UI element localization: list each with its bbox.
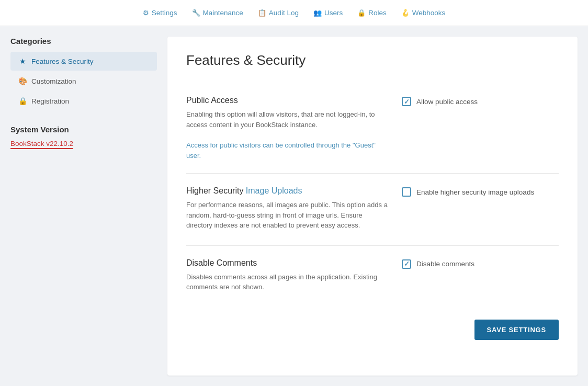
checkbox-wrap-public-access[interactable]: Allow public access xyxy=(402,97,478,106)
setting-row-disable-comments: Disable Comments Disables comments acros… xyxy=(186,246,559,307)
setting-control-higher-security-uploads: Enable higher security image uploads xyxy=(402,186,559,197)
setting-title-disable-comments: Disable Comments xyxy=(186,258,389,268)
sidebar: Categories ★ Features & Security 🎨 Custo… xyxy=(10,37,157,376)
sidebar-items: ★ Features & Security 🎨 Customization 🔒 … xyxy=(10,52,157,110)
save-row: SAVE SETTINGS xyxy=(186,320,559,340)
setting-title-higher-security-uploads: Higher Security Image Uploads xyxy=(186,186,389,196)
setting-desc-public-access: Enabling this option will allow visitors… xyxy=(186,109,389,130)
users-icon: 👥 xyxy=(313,9,322,17)
setting-info-higher-security-uploads: Higher Security Image Uploads For perfor… xyxy=(186,186,389,233)
sidebar-label-registration: Registration xyxy=(31,97,69,105)
nav-item-roles[interactable]: 🔒Roles xyxy=(357,9,387,17)
nav-item-webhooks[interactable]: 🪝Webhooks xyxy=(401,9,446,17)
roles-icon: 🔒 xyxy=(357,9,366,17)
setting-row-higher-security-uploads: Higher Security Image Uploads For perfor… xyxy=(186,174,559,246)
sidebar-item-features-security[interactable]: ★ Features & Security xyxy=(10,52,157,71)
main-content: Features & Security Public Access Enabli… xyxy=(167,37,578,376)
checkbox-label-public-access: Allow public access xyxy=(416,98,478,106)
setting-info-public-access: Public Access Enabling this option will … xyxy=(186,96,389,161)
nav-label-settings: Settings xyxy=(152,9,177,17)
audit-log-icon: 📋 xyxy=(258,9,266,17)
maintenance-icon: 🔧 xyxy=(192,9,200,17)
setting-title-public-access: Public Access xyxy=(186,96,389,105)
registration-sidebar-icon: 🔒 xyxy=(18,97,27,105)
settings-list: Public Access Enabling this option will … xyxy=(186,83,559,307)
setting-row-public-access: Public Access Enabling this option will … xyxy=(186,83,559,174)
customization-sidebar-icon: 🎨 xyxy=(18,77,27,85)
nav-item-users[interactable]: 👥Users xyxy=(313,9,343,17)
checkbox-higher-security-uploads[interactable] xyxy=(402,187,411,197)
checkbox-wrap-disable-comments[interactable]: Disable comments xyxy=(402,259,474,269)
features-security-sidebar-icon: ★ xyxy=(18,57,27,65)
setting-desc-disable-comments: Disables comments across all pages in th… xyxy=(186,272,389,292)
settings-icon: ⚙ xyxy=(143,9,149,17)
sidebar-label-features-security: Features & Security xyxy=(31,58,94,65)
setting-control-disable-comments: Disable comments xyxy=(402,258,559,269)
nav-item-audit-log[interactable]: 📋Audit Log xyxy=(258,9,299,17)
sidebar-label-customization: Customization xyxy=(31,77,76,85)
save-settings-button[interactable]: SAVE SETTINGS xyxy=(474,320,559,340)
checkbox-label-higher-security-uploads: Enable higher security image uploads xyxy=(416,188,534,196)
checkbox-label-disable-comments: Disable comments xyxy=(416,260,474,268)
checkbox-public-access[interactable] xyxy=(402,97,411,106)
title-highlight-higher-security-uploads: Image Uploads xyxy=(246,186,302,195)
checkbox-disable-comments[interactable] xyxy=(402,259,411,269)
sidebar-item-customization[interactable]: 🎨 Customization xyxy=(10,72,157,90)
nav-label-maintenance: Maintenance xyxy=(203,9,243,17)
nav-item-maintenance[interactable]: 🔧Maintenance xyxy=(192,9,243,17)
setting-link-public-access[interactable]: Access for public visitors can be contro… xyxy=(186,141,376,160)
version-link[interactable]: BookStack v22.10.2 xyxy=(10,140,73,149)
webhooks-icon: 🪝 xyxy=(401,9,410,17)
nav-label-audit-log: Audit Log xyxy=(269,9,299,17)
nav-label-webhooks: Webhooks xyxy=(412,9,446,17)
top-navigation: ⚙Settings🔧Maintenance📋Audit Log👥Users🔒Ro… xyxy=(0,0,588,26)
system-version-title: System Version xyxy=(10,125,157,134)
sidebar-item-registration[interactable]: 🔒 Registration xyxy=(10,92,157,110)
checkbox-wrap-higher-security-uploads[interactable]: Enable higher security image uploads xyxy=(402,187,534,197)
nav-label-users: Users xyxy=(324,9,343,17)
setting-control-public-access: Allow public access xyxy=(402,96,559,106)
nav-label-roles: Roles xyxy=(368,9,387,17)
nav-item-settings[interactable]: ⚙Settings xyxy=(143,9,177,17)
categories-title: Categories xyxy=(10,37,157,46)
setting-info-disable-comments: Disable Comments Disables comments acros… xyxy=(186,258,389,294)
system-version-section: System Version BookStack v22.10.2 xyxy=(10,125,157,147)
page-layout: Categories ★ Features & Security 🎨 Custo… xyxy=(0,26,588,386)
setting-desc-higher-security-uploads: For performance reasons, all images are … xyxy=(186,200,389,231)
page-title: Features & Security xyxy=(186,52,559,69)
